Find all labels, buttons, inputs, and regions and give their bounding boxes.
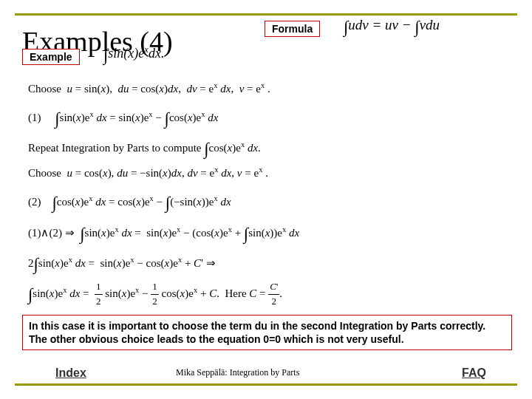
formula-integral: ∫udv = uv − ∫vdu [344, 15, 440, 34]
note-box: In this case it is important to choose t… [22, 315, 512, 350]
example-integral: ∫sin(x)exdx. [103, 43, 164, 62]
derivation-body: Choose u = sin(x), du = cos(x)dx, dv = e… [28, 74, 299, 315]
math-line-2: (1) ∫sin(x)ex dx = sin(x)ex − ∫cos(x)ex … [28, 103, 299, 128]
math-line-1: Choose u = sin(x), du = cos(x)dx, dv = e… [28, 80, 299, 98]
footer-attribution: Mika Seppälä: Integration by Parts [176, 367, 299, 378]
math-line-7: 2∫sin(x)ex dx = sin(x)ex − cos(x)ex + C'… [28, 249, 299, 273]
math-line-5: (2) ∫cos(x)ex dx = cos(x)ex − ∫(−sin(x))… [28, 188, 299, 212]
example-label-box: Example [22, 49, 80, 65]
top-border [15, 13, 517, 16]
math-line-6: (1)∧(2) ⇒ ∫sin(x)ex dx = sin(x)ex − (cos… [28, 219, 299, 243]
faq-link[interactable]: FAQ [462, 366, 486, 380]
bottom-border [15, 383, 517, 386]
index-link[interactable]: Index [55, 366, 86, 380]
formula-label-box: Formula [265, 21, 320, 37]
math-line-8: ∫sin(x)ex dx = 12 sin(x)ex − 12 cos(x)ex… [28, 279, 299, 309]
math-line-4: Choose u = cos(x), du = −sin(x)dx, dv = … [28, 164, 299, 182]
math-line-3: Repeat Integration by Parts to compute ∫… [28, 134, 299, 158]
